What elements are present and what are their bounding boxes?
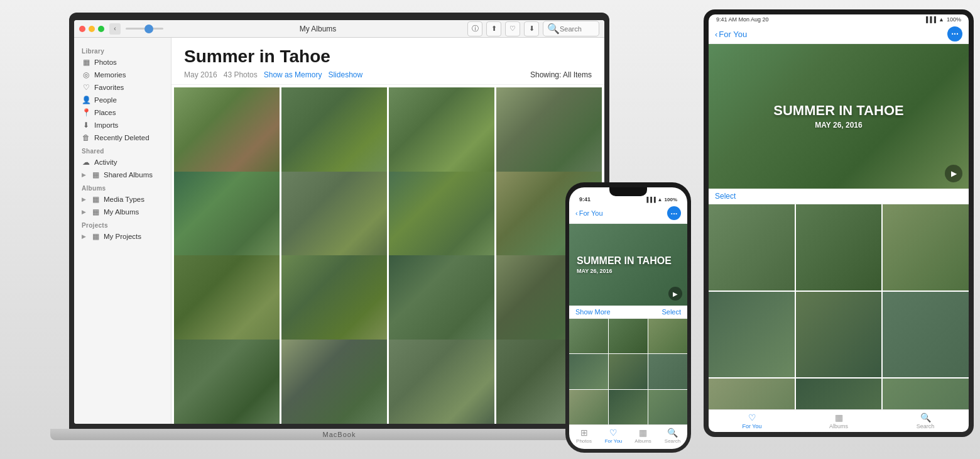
show-more-link[interactable]: Show More	[575, 308, 611, 316]
album-title: Summer in Tahoe	[184, 47, 592, 67]
iphone-tab-search[interactable]: 🔍 Search	[658, 428, 687, 444]
album-count: 43 Photos	[224, 70, 258, 79]
ipad-select-link[interactable]: Select	[715, 192, 736, 201]
macbook-base: MacBook	[50, 429, 628, 440]
iphone-nav: ‹ For You ···	[569, 205, 687, 224]
album-header: Summer in Tahoe May 2016 43 Photos Show …	[172, 38, 604, 85]
ipad-grid-cell[interactable]	[709, 379, 795, 409]
ipad-more-button[interactable]: ···	[947, 26, 962, 41]
iphone-select-link[interactable]: Select	[662, 308, 681, 316]
iphone-more-button[interactable]: ···	[667, 206, 681, 220]
close-button[interactable]	[79, 26, 85, 32]
maximize-button[interactable]	[98, 26, 104, 32]
sidebar-item-media-types[interactable]: ▶ ▦ Media Types	[74, 193, 171, 206]
iphone-grid-cell[interactable]	[569, 319, 608, 353]
memories-icon: ◎	[82, 70, 90, 79]
sidebar-label-favorites: Favorites	[94, 84, 124, 91]
iphone-grid-cell[interactable]	[648, 354, 687, 389]
search-box[interactable]: 🔍	[543, 21, 599, 36]
ipad-grid-cell[interactable]	[796, 292, 882, 378]
search-input[interactable]	[560, 25, 604, 33]
trash-icon: 🗑	[82, 133, 90, 142]
iphone-signal-icon: ▐▐▐	[645, 197, 656, 202]
ipad-grid-cell[interactable]	[709, 204, 795, 290]
iphone-battery: 100%	[665, 197, 677, 202]
ipad-tab-albums[interactable]: ▦ Albums	[795, 412, 882, 429]
minimize-button[interactable]	[89, 26, 95, 32]
sidebar-item-places[interactable]: 📍 Places	[74, 106, 171, 119]
sidebar-item-recently-deleted[interactable]: 🗑 Recently Deleted	[74, 131, 171, 144]
ipad-time: 9:41 AM Mon Aug 20	[716, 16, 769, 23]
scene: ‹ My Albums ⓘ ⬆ ♡ ⬇ 🔍	[0, 0, 980, 459]
ipad-hero-title: SUMMER IN TAHOE	[773, 103, 903, 118]
ipad-grid-cell[interactable]	[709, 292, 795, 378]
back-arrow[interactable]: ‹	[109, 23, 121, 35]
sidebar-label-imports: Imports	[94, 121, 118, 129]
search-tab-icon: 🔍	[667, 428, 678, 438]
ipad-back-button[interactable]: ‹ For You	[715, 30, 747, 39]
ipad-status-bar: 9:41 AM Mon Aug 20 ▐▐▐ ▲ 100%	[709, 14, 969, 25]
iphone-grid-cell[interactable]	[648, 390, 687, 424]
iphone-back-button[interactable]: ‹ For You	[575, 209, 603, 217]
photo-thumbnail	[389, 340, 494, 424]
ipad-tab-for-you[interactable]: ♡ For You	[709, 412, 795, 429]
ipad-grid-cell[interactable]	[883, 292, 969, 378]
heart-icon[interactable]: ♡	[505, 21, 520, 36]
photo-cell[interactable]	[174, 340, 280, 424]
macbook-screen: ‹ My Albums ⓘ ⬆ ♡ ⬇ 🔍	[74, 20, 604, 424]
sidebar-item-imports[interactable]: ⬇ Imports	[74, 119, 171, 131]
ipad-grid-cell[interactable]	[883, 204, 969, 290]
import-icon[interactable]: ⬇	[524, 21, 539, 36]
sidebar-item-shared-albums[interactable]: ▶ ▦ Shared Albums	[74, 169, 171, 181]
photo-grid: ♥ ♥ ♥ ♥	[172, 85, 604, 424]
photo-cell[interactable]	[281, 340, 387, 424]
iphone-grid-cell[interactable]	[648, 319, 687, 353]
iphone-play-button[interactable]: ▶	[668, 287, 682, 301]
sidebar-item-people[interactable]: 👤 People	[74, 94, 171, 106]
ipad-nav: ‹ For You ···	[709, 25, 969, 44]
info-icon[interactable]: ⓘ	[467, 21, 482, 36]
app-content: Library ▦ Photos ◎ Memories ♡ Favorites	[74, 38, 604, 424]
for-you-tab-icon: ♡	[609, 428, 618, 438]
sidebar: Library ▦ Photos ◎ Memories ♡ Favorites	[74, 38, 172, 424]
sidebar-label-media-types: Media Types	[104, 196, 144, 203]
photo-cell[interactable]: ♥	[389, 340, 494, 424]
sidebar-item-my-projects[interactable]: ▶ ▦ My Projects	[74, 230, 171, 243]
titlebar-nav: ‹	[109, 23, 121, 35]
iphone-grid-cell[interactable]	[569, 390, 608, 424]
sidebar-label-photos: Photos	[94, 58, 117, 66]
iphone-grid-cell[interactable]	[609, 319, 648, 353]
sidebar-label-activity: Activity	[94, 158, 117, 166]
sidebar-label-memories: Memories	[94, 71, 126, 79]
sidebar-item-favorites[interactable]: ♡ Favorites	[74, 81, 171, 94]
iphone-tab-for-you[interactable]: ♡ For You	[599, 428, 628, 444]
iphone-grid-cell[interactable]	[609, 354, 648, 389]
sidebar-item-my-albums[interactable]: ▶ ▦ My Albums	[74, 206, 171, 218]
iphone-grid-cell[interactable]	[569, 354, 608, 389]
zoom-slider[interactable]	[126, 28, 163, 30]
ipad-play-button[interactable]: ▶	[945, 165, 962, 182]
sidebar-item-photos[interactable]: ▦ Photos	[74, 56, 171, 69]
showing-filter[interactable]: Showing: All Items	[530, 70, 592, 79]
show-as-memory-link[interactable]: Show as Memory	[264, 70, 322, 79]
sidebar-label-my-albums: My Albums	[104, 208, 139, 216]
iphone-notch	[609, 187, 647, 196]
ipad-grid-cell[interactable]	[796, 204, 882, 290]
search-tab-icon: 🔍	[920, 412, 931, 423]
sidebar-item-activity[interactable]: ☁ Activity	[74, 156, 171, 169]
favorites-icon: ♡	[82, 83, 90, 92]
ipad-grid-cell[interactable]	[796, 379, 882, 409]
slideshow-link[interactable]: Slideshow	[328, 70, 362, 79]
sidebar-item-memories[interactable]: ◎ Memories	[74, 69, 171, 81]
iphone-tab-photos[interactable]: ⊞ Photos	[569, 428, 599, 444]
ipad-tab-search[interactable]: 🔍 Search	[882, 412, 969, 429]
photos-tab-icon: ⊞	[580, 428, 588, 438]
ipad-photo-grid	[709, 204, 969, 409]
photo-thumbnail	[281, 340, 387, 424]
iphone-tab-albums[interactable]: ▦ Albums	[628, 428, 658, 444]
iphone-grid-cell[interactable]	[609, 390, 648, 424]
album-meta: May 2016 43 Photos Show as Memory Slides…	[184, 70, 592, 79]
share-icon[interactable]: ⬆	[486, 21, 501, 36]
titlebar: ‹ My Albums ⓘ ⬆ ♡ ⬇ 🔍	[74, 20, 604, 38]
ipad-grid-cell[interactable]	[883, 379, 969, 409]
